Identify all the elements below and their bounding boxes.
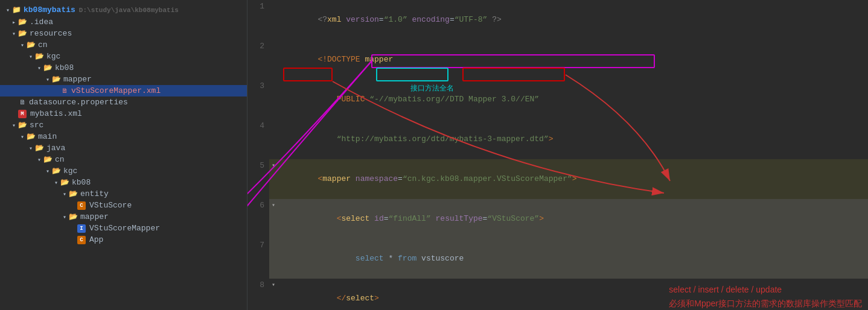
folder-icon: 📂 (52, 166, 62, 176)
sidebar-label: datasource.properties (29, 98, 128, 107)
dtd-url: “http://mybatis.org/dtd/mybatis-3-mapper… (337, 134, 549, 144)
folder-icon: 📂 (52, 75, 62, 84)
line-content: <select id=“findAll” resultType=“VStuSco… (278, 199, 868, 239)
sidebar-label: entity (80, 189, 109, 198)
line-1: 1 <?xml version=“1.0” encoding=“UTF-8” ?… (247, 0, 868, 40)
fold-gutter (269, 40, 278, 80)
res-folder-icon: 📂 (18, 29, 28, 38)
sidebar-label: App (89, 235, 103, 244)
sidebar-item-main[interactable]: 📂 main (0, 131, 247, 142)
folder-icon: 📂 (27, 132, 36, 141)
folder-icon: 📂 (18, 121, 28, 130)
class-c-icon: C (77, 201, 86, 210)
line-number: 8 (247, 279, 269, 310)
line-content: <?xml version=“1.0” encoding=“UTF-8” ?> (278, 0, 868, 40)
sidebar-item-mybatis-xml[interactable]: M mybatis.xml (0, 108, 247, 119)
sidebar-item-kgc[interactable]: 📂 kgc (0, 51, 247, 62)
src-folder-icon: 📂 (35, 144, 45, 153)
sidebar-label: VStuScore (89, 201, 132, 210)
line-3: 3 PUBLIC “-//mybatis.org//DTD Mapper 3.0… (247, 80, 868, 119)
line-number: 7 (247, 239, 269, 279)
file-tree[interactable]: 📁 kb08mybatis D:\study\java\kb08mybatis … (0, 0, 247, 310)
line-number: 1 (247, 0, 269, 40)
java-arrow (27, 145, 35, 152)
mapper-java-arrow (60, 214, 69, 221)
line-content: PUBLIC “-//mybatis.org//DTD Mapper 3.0//… (278, 80, 868, 119)
select-keyword: select (356, 254, 384, 263)
line-content: select * from vstuscore (278, 239, 868, 279)
sidebar-item-entity[interactable]: 📂 entity (0, 188, 247, 200)
sidebar-item-mapper-res[interactable]: 📂 mapper (0, 74, 247, 85)
sidebar-label: VStuScoreMapper (89, 224, 160, 233)
line-content: <mapper namespace=“cn.kgc.kb08.mapper.VS… (278, 159, 868, 199)
sidebar-item-vstuscore[interactable]: C VStuScore (0, 200, 247, 211)
sidebar-label: mapper (80, 212, 109, 221)
project-root[interactable]: 📁 kb08mybatis D:\study\java\kb08mybatis (0, 4, 247, 16)
mybatis-icon: M (18, 110, 27, 118)
sidebar-item-resources[interactable]: 📂 resources (0, 28, 247, 39)
idea-arrow (10, 19, 18, 26)
class-c-icon: C (77, 236, 86, 244)
sidebar-item-idea[interactable]: 📂 .idea (0, 16, 247, 28)
sidebar-item-app[interactable]: C App (0, 234, 247, 245)
folder-icon: 📂 (43, 63, 53, 72)
entity-arrow (60, 191, 69, 198)
folder-icon: 📂 (69, 212, 78, 221)
sidebar-item-src[interactable]: 📂 src (0, 119, 247, 131)
public-keyword: PUBLIC (337, 95, 365, 104)
public-val: “-//mybatis.org//DTD Mapper 3.0//EN” (369, 95, 539, 104)
line-2: 2 <!DOCTYPE mapper (247, 40, 868, 80)
val-encoding: “UTF-8” (455, 15, 488, 24)
sidebar-label: cn (55, 155, 65, 164)
line-5: 5 ▾ <mapper namespace=“cn.kgc.kb08.mappe… (247, 159, 868, 199)
line-number: 3 (247, 80, 269, 119)
sidebar-item-mapper-java[interactable]: 📂 mapper (0, 211, 247, 223)
line-number: 5 (247, 159, 269, 199)
attr-encoding: encoding (412, 15, 450, 24)
fold-gutter: ▾ (269, 159, 278, 199)
folder-icon: 📂 (60, 178, 70, 187)
sidebar-item-vstuscoremapper-xml[interactable]: 🗎 vStuScoreMapper.xml (0, 85, 247, 96)
tag-close: > (572, 174, 577, 183)
props-icon: 🗎 (18, 98, 27, 107)
sidebar-label: main (38, 132, 57, 141)
attr-version: version (346, 15, 379, 24)
fold-gutter (269, 239, 278, 279)
sidebar-label: .idea (30, 17, 53, 27)
kgc-java-arrow (43, 168, 52, 175)
resulttype-attr: resultType (436, 214, 483, 223)
sidebar-item-kb08[interactable]: 📂 kb08 (0, 62, 247, 74)
val-version: “1.0” (384, 15, 407, 24)
sidebar-label: kgc (46, 52, 60, 61)
sidebar-item-java[interactable]: 📂 java (0, 142, 247, 154)
fold-gutter (269, 0, 278, 40)
sidebar-item-kgc-java[interactable]: 📂 kgc (0, 165, 247, 177)
sidebar-item-cn[interactable]: 📂 cn (0, 39, 247, 51)
editor-panel: 1 <?xml version=“1.0” encoding=“UTF-8” ?… (247, 0, 868, 310)
select-close: select (346, 294, 374, 303)
doctype-name: mapper (365, 55, 393, 64)
kb08-java-arrow (52, 179, 60, 186)
resources-arrow (10, 30, 18, 37)
sidebar-label: cn (38, 40, 48, 49)
src-arrow (10, 122, 18, 129)
line-8: 8 ▾ </select> (247, 279, 868, 310)
sidebar-label: java (46, 144, 65, 153)
line-number: 6 (247, 199, 269, 239)
line-4: 4 “http://mybatis.org/dtd/mybatis-3-mapp… (247, 119, 868, 159)
id-attr: id (374, 214, 384, 223)
ns-val: “cn.kgc.kb08.mapper.VStuScoreMapper” (403, 174, 572, 183)
sidebar-item-kb08-java[interactable]: 📂 kb08 (0, 177, 247, 188)
cn-java-arrow (35, 156, 43, 163)
doctype-keyword: <!DOCTYPE (318, 55, 360, 64)
mapper-res-arrow (43, 76, 52, 83)
line-content: <!DOCTYPE mapper (278, 40, 868, 80)
project-path: D:\study\java\kb08mybatis (79, 7, 179, 14)
sidebar-label: kb08 (55, 63, 74, 72)
sidebar-item-datasource[interactable]: 🗎 datasource.properties (0, 96, 247, 108)
fold-gutter (269, 119, 278, 159)
sidebar-item-cn-java[interactable]: 📂 cn (0, 154, 247, 165)
sidebar-item-vstuscoremapper[interactable]: I VStuScoreMapper (0, 223, 247, 234)
kgc-arrow (27, 53, 35, 60)
pi-start: <? (318, 15, 327, 24)
